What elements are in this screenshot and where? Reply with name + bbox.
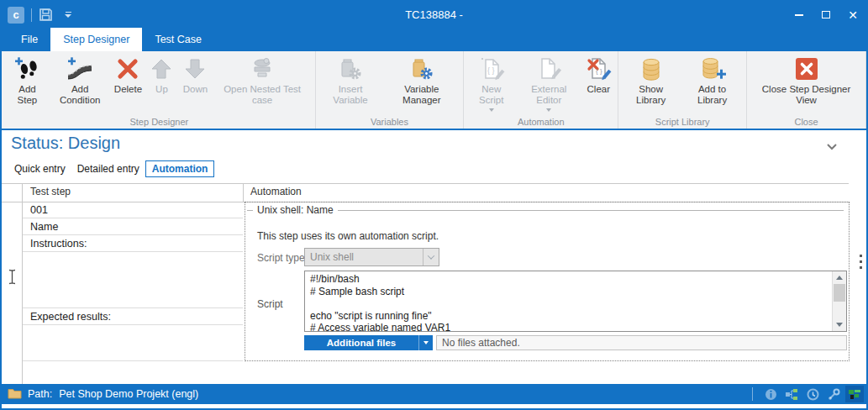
minimize-button[interactable] (786, 2, 813, 28)
automation-cell-panel: Unix shell: Name This step uses its own … (245, 202, 850, 361)
ribbon-group-step-designer: Add Step Add Condition (3, 51, 316, 129)
step-number-cell[interactable]: 001 (23, 202, 243, 218)
show-library-button[interactable]: Show Library (621, 54, 681, 107)
attachments-status-text: No files attached. (442, 337, 520, 349)
path-value: Pet Shop Demo Projekt (engl) (59, 388, 198, 400)
up-icon (148, 55, 175, 83)
dropdown-caret-icon (546, 108, 551, 112)
close-button[interactable]: ✕ (839, 2, 866, 28)
script-type-select[interactable]: Unix shell (304, 248, 439, 266)
insert-variable-button[interactable]: Insert Variable (318, 54, 383, 107)
add-step-button[interactable]: Add Step (6, 54, 49, 107)
scrollbar-thumb[interactable] (834, 284, 845, 302)
clear-button[interactable]: { } Clear (581, 54, 615, 96)
delete-button[interactable]: Delete (111, 54, 145, 96)
app-window: c TC138884 - ✕ File Step Designer Test C… (0, 0, 868, 410)
history-icon[interactable] (803, 386, 822, 402)
script-label: Script (257, 298, 283, 310)
expected-results-label-cell[interactable]: Expected results: (23, 308, 243, 325)
ribbon-group-label: Variables (318, 115, 461, 128)
groupbox-title: Unix shell: Name (253, 204, 338, 216)
scroll-up-icon[interactable] (833, 271, 846, 284)
tab-step-designer[interactable]: Step Designer (50, 28, 142, 51)
maximize-icon (822, 11, 830, 18)
save-icon (39, 8, 53, 22)
tab-detailed-entry[interactable]: Detailed entry (71, 161, 145, 176)
ribbon-group-label: Close (750, 115, 863, 128)
status-bar-icons (752, 384, 866, 404)
ribbon-group-label: Step Designer (6, 115, 313, 128)
grip-icon[interactable] (860, 255, 862, 269)
script-type-label: Script type (257, 252, 305, 264)
tab-file[interactable]: File (8, 28, 50, 51)
maximize-button[interactable] (813, 2, 839, 28)
close-view-icon (793, 55, 820, 83)
column-divider (243, 183, 244, 202)
text-cursor-icon (8, 269, 17, 288)
script-scrollbar[interactable] (832, 271, 846, 331)
additional-files-caret-icon[interactable] (418, 335, 433, 350)
open-nested-test-case-button[interactable]: Open Nested Test case (212, 54, 312, 107)
app-icon[interactable]: c (8, 7, 24, 24)
collapse-chevron-icon[interactable] (826, 139, 838, 154)
script-text[interactable]: #!/bin/bash # Sample bash script echo "s… (305, 271, 832, 331)
automation-description: This step uses its own automation script… (257, 230, 439, 242)
add-step-icon (13, 55, 40, 83)
script-type-value: Unix shell (305, 251, 423, 263)
ribbon-group-label: Automation (466, 115, 615, 128)
info-icon[interactable] (761, 386, 780, 402)
combo-arrow-icon (423, 249, 439, 265)
hierarchy-icon[interactable] (782, 386, 801, 402)
ribbon-group-close: Close Step Designer View Close (747, 51, 866, 129)
add-to-library-icon (699, 55, 726, 83)
titlebar-separator (31, 8, 32, 22)
title-bar: c TC138884 - ✕ (2, 2, 866, 28)
show-library-icon (638, 55, 665, 83)
tab-quick-entry[interactable]: Quick entry (8, 161, 71, 176)
delete-icon (114, 55, 141, 83)
instructions-edit-area[interactable] (23, 252, 243, 308)
close-step-designer-view-button[interactable]: Close Step Designer View (750, 54, 863, 107)
table-top-border (2, 183, 849, 184)
step-name-cell[interactable]: Name (23, 218, 243, 235)
status-heading: Status: Design (11, 134, 120, 153)
tab-test-case[interactable]: Test Case (142, 28, 214, 51)
svg-text:{ }: { } (487, 66, 495, 75)
add-condition-icon (66, 55, 93, 83)
insert-variable-icon (337, 55, 364, 83)
expected-results-edit-area[interactable] (23, 325, 243, 361)
bottom-strip (2, 404, 866, 408)
external-editor-icon (535, 55, 562, 83)
add-to-library-button[interactable]: Add to Library (681, 54, 744, 107)
ribbon-group-label: Script Library (621, 115, 744, 128)
new-script-icon: { } (478, 55, 505, 83)
variable-manager-button[interactable]: Variable Manager (382, 54, 460, 107)
quick-access-chevron-icon[interactable] (65, 12, 71, 18)
ribbon-tab-bar: File Step Designer Test Case (2, 28, 866, 51)
down-icon (181, 55, 208, 83)
window-title: TC138884 - (2, 8, 866, 21)
add-condition-button[interactable]: Add Condition (49, 54, 112, 107)
down-button[interactable]: Down (178, 54, 212, 96)
instructions-label-cell[interactable]: Instructions: (23, 235, 243, 252)
tab-automation[interactable]: Automation (145, 160, 215, 177)
open-nested-icon (249, 55, 276, 83)
step-designer-content: Status: Design Quick entry Detailed entr… (2, 130, 866, 384)
external-editor-button[interactable]: External Editor (516, 54, 581, 113)
automation-column-header: Automation (250, 186, 302, 197)
entry-tab-strip: Quick entry Detailed entry Automation (8, 160, 214, 177)
additional-files-button[interactable]: Additional files (304, 335, 433, 350)
variable-manager-icon (408, 55, 435, 83)
up-button[interactable]: Up (145, 54, 178, 96)
new-script-button[interactable]: { } New Script (466, 54, 516, 113)
tools-icon[interactable] (824, 386, 843, 402)
themes-icon[interactable] (845, 386, 864, 402)
scroll-down-icon[interactable] (833, 318, 846, 331)
script-editor[interactable]: #!/bin/bash # Sample bash script echo "s… (304, 271, 847, 332)
minimize-icon (795, 14, 803, 16)
test-step-rows: 001 Name Instructions: Expected results: (23, 202, 243, 361)
close-icon: ✕ (848, 9, 858, 21)
status-bar: Path: Pet Shop Demo Projekt (engl) (2, 384, 866, 404)
attachments-status-field: No files attached. (436, 335, 847, 350)
save-button[interactable] (39, 8, 53, 22)
